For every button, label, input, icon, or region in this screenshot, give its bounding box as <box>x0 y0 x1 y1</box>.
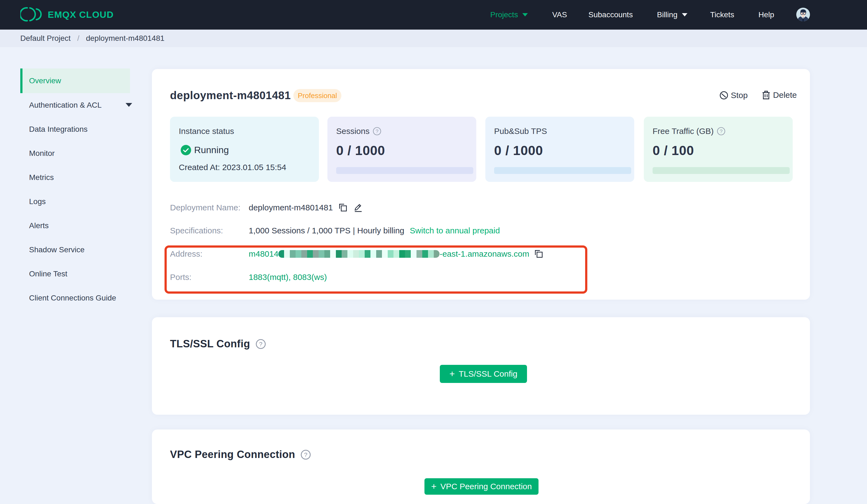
svg-text:?: ? <box>720 129 723 134</box>
svg-text:?: ? <box>375 129 378 134</box>
svg-text:?: ? <box>304 451 308 458</box>
svg-text:?: ? <box>259 341 263 348</box>
